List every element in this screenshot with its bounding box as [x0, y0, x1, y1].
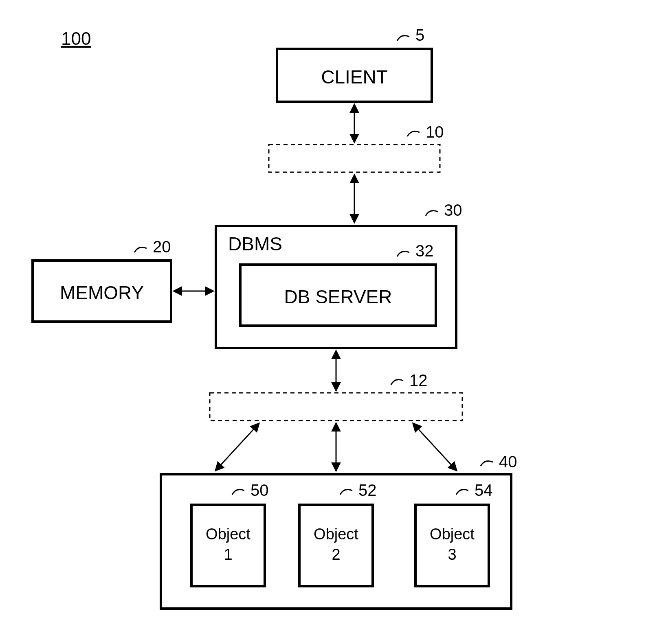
obj2-ref: 52	[358, 481, 377, 499]
memory-node: MEMORY 20	[33, 238, 171, 322]
obj3-box	[415, 505, 489, 586]
bus-bot-ref: 12	[409, 371, 428, 389]
obj1-l1: Object	[206, 526, 250, 543]
dbms-node: DBMS 32 DB SERVER	[216, 226, 456, 348]
obj2-l2: 2	[332, 546, 340, 563]
memory-label: MEMORY	[60, 282, 144, 303]
obj2-box	[299, 505, 373, 586]
obj1-box	[191, 505, 265, 586]
bus-top-node: 10	[269, 123, 444, 172]
arrow-bus-obj1	[216, 424, 259, 470]
diagram-canvas: 100 CLIENT 5 10 30 DBMS 32 DB SERVER MEM…	[0, 0, 668, 644]
arrow-bus-obj3	[413, 424, 456, 470]
client-ref: 5	[415, 26, 424, 44]
storage-node: 50 Object 1 52 Object 2 54 Object 3	[161, 474, 511, 609]
obj3-ref: 54	[475, 481, 493, 499]
bus-top-ref: 10	[426, 123, 444, 141]
dbms-label: DBMS	[228, 233, 282, 254]
dbserver-label: DB SERVER	[284, 286, 392, 307]
obj3-l2: 3	[448, 546, 456, 563]
obj3-l1: Object	[430, 526, 475, 543]
storage-ref: 40	[499, 453, 517, 471]
svg-rect-4	[210, 393, 462, 421]
obj1-l2: 1	[224, 546, 232, 563]
dbms-ref: 30	[444, 201, 462, 219]
svg-rect-1	[269, 145, 440, 172]
client-label: CLIENT	[321, 66, 388, 88]
obj2-l1: Object	[314, 526, 358, 543]
dbserver-ref: 32	[415, 242, 434, 260]
diagram-id: 100	[61, 28, 91, 48]
memory-ref: 20	[153, 238, 171, 256]
obj1-ref: 50	[250, 481, 269, 499]
client-node: CLIENT 5	[277, 26, 432, 102]
